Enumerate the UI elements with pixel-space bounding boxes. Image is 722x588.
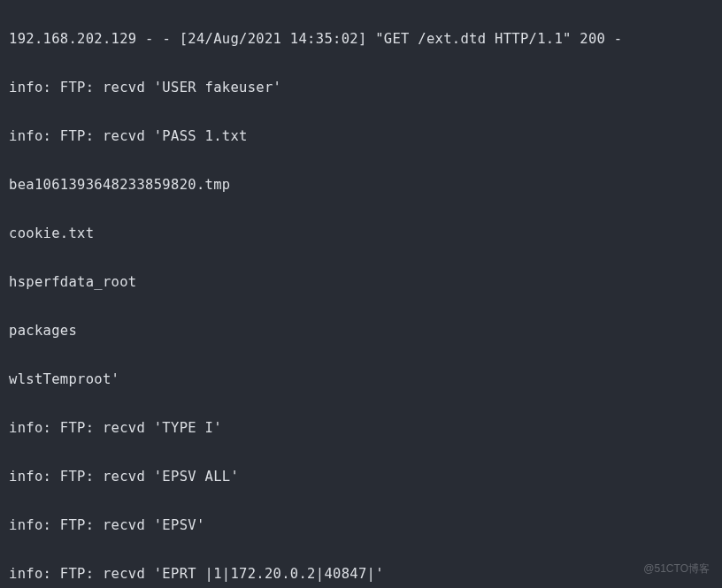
watermark: @51CTO博客 (643, 557, 710, 582)
log-text: - - [24/Aug/2021 14:35:02] "GET /ext.dtd… (136, 31, 622, 47)
log-line: info: FTP: recvd 'EPRT |1|172.20.0.2|408… (9, 562, 713, 587)
log-line: info: FTP: recvd 'EPSV' (9, 514, 713, 538)
log-line: packages (9, 319, 713, 344)
log-line: info: FTP: recvd 'EPSV ALL' (9, 465, 713, 490)
log-line: wlstTemproot' (9, 368, 713, 393)
log-line: info: FTP: recvd 'TYPE I' (9, 416, 713, 441)
terminal-output: 192.168.202.129 - - [24/Aug/2021 14:35:0… (0, 0, 722, 588)
log-line: 192.168.202.129 - - [24/Aug/2021 14:35:0… (9, 27, 713, 52)
log-line: info: FTP: recvd 'PASS 1.txt (9, 125, 713, 149)
ip-address: 192.168.202.129 (9, 31, 136, 47)
log-line: cookie.txt (9, 222, 713, 247)
log-line: bea1061393648233859820.tmp (9, 173, 713, 198)
log-line: info: FTP: recvd 'USER fakeuser' (9, 76, 713, 101)
log-line: hsperfdata_root (9, 271, 713, 295)
